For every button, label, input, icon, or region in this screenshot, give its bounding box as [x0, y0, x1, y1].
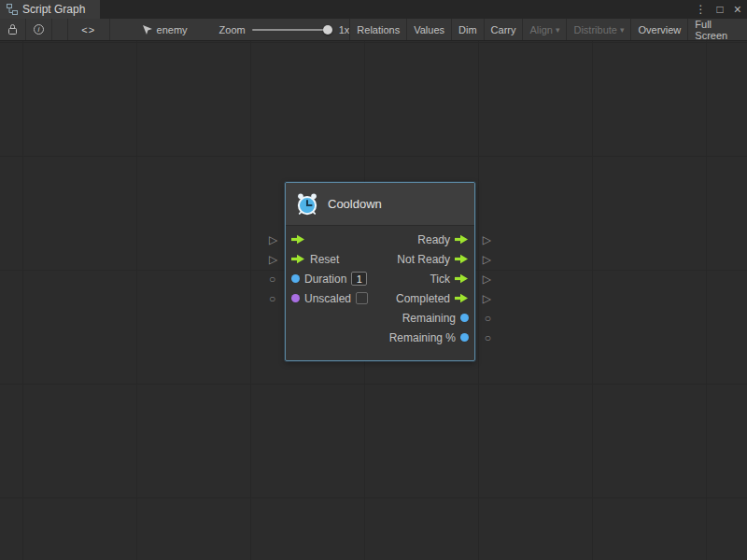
port-label: Remaining % — [389, 331, 456, 344]
flow-port-icon[interactable] — [291, 254, 305, 264]
zoom-label: Zoom — [219, 24, 246, 35]
zoom-slider-handle[interactable] — [323, 25, 332, 35]
align-button[interactable]: Align ▾ — [522, 19, 566, 40]
menu-icon[interactable]: ⋮ — [696, 4, 707, 15]
titlebar: Script Graph ⋮ □ × — [0, 0, 747, 19]
info-button[interactable]: i — [26, 19, 52, 40]
carry-button[interactable]: Carry — [484, 19, 523, 40]
tab-title: Script Graph — [22, 3, 85, 16]
pointer-icon — [142, 24, 152, 35]
flow-output-connector[interactable]: ▷ — [483, 293, 491, 304]
port-label: Reset — [310, 253, 339, 266]
zoom-slider[interactable] — [252, 29, 332, 31]
graph-target-label: enemy — [157, 24, 188, 35]
flow-port-icon[interactable] — [291, 234, 305, 245]
maximize-icon[interactable]: □ — [717, 4, 724, 15]
lock-button[interactable] — [0, 19, 26, 40]
node-header[interactable]: Cooldown — [286, 183, 474, 226]
flow-port-icon[interactable] — [455, 273, 469, 284]
script-graph-window: Script Graph ⋮ □ × i <> — [0, 0, 747, 560]
node-row: ○ Duration Tick ▷ — [286, 269, 474, 288]
port-label: Ready — [417, 233, 450, 246]
full-screen-button[interactable]: Full Screen — [687, 19, 747, 40]
code-view-button[interactable]: <> — [67, 19, 110, 40]
flow-output-connector[interactable]: ▷ — [483, 254, 491, 265]
port-label: Completed — [396, 292, 450, 305]
graph-toolbar: i <> enemy Zoom 1x Relations Values Dim … — [0, 19, 747, 41]
graph-target[interactable]: enemy — [142, 19, 188, 40]
tab-script-graph[interactable]: Script Graph — [0, 0, 100, 19]
unscaled-checkbox[interactable] — [356, 292, 368, 304]
flow-port-icon[interactable] — [455, 234, 469, 245]
zoom-control: Zoom 1x — [219, 19, 350, 40]
script-graph-icon — [7, 4, 18, 15]
node-row: ○ Unscaled Completed ▷ — [286, 288, 474, 308]
graph-canvas[interactable]: Cooldown ▷ Ready — [0, 41, 747, 560]
port-label: Tick — [430, 273, 450, 286]
port-label: Not Ready — [397, 253, 450, 266]
zoom-value: 1x — [339, 24, 350, 35]
flow-output-connector[interactable]: ▷ — [483, 234, 491, 245]
port-label: Unscaled — [304, 292, 351, 305]
flow-input-connector[interactable]: ▷ — [269, 234, 277, 245]
value-output-connector[interactable]: ○ — [485, 313, 491, 324]
code-icon: <> — [81, 24, 95, 35]
value-port-icon[interactable] — [291, 274, 300, 283]
flow-port-icon[interactable] — [455, 254, 469, 264]
duration-field[interactable] — [351, 272, 367, 286]
flow-input-connector[interactable]: ▷ — [269, 254, 277, 265]
dim-button[interactable]: Dim — [451, 19, 484, 40]
flow-port-icon[interactable] — [455, 293, 469, 303]
value-input-connector[interactable]: ○ — [269, 273, 275, 285]
value-port-icon[interactable] — [460, 333, 469, 342]
values-button[interactable]: Values — [406, 19, 451, 40]
distribute-button[interactable]: Distribute ▾ — [566, 19, 630, 40]
node-row: ▷ Ready ▷ — [286, 230, 474, 249]
node-row: Remaining ○ — [286, 308, 474, 328]
value-port-icon[interactable] — [460, 314, 469, 322]
flow-output-connector[interactable]: ▷ — [483, 273, 491, 285]
lock-icon — [7, 23, 18, 35]
node-row: Remaining % ○ — [286, 328, 474, 347]
node-body: ▷ Ready ▷ ▷ — [286, 226, 474, 360]
close-icon[interactable]: × — [734, 3, 741, 16]
node-row: ▷ Reset Not Ready ▷ — [286, 249, 474, 269]
value-port-icon[interactable] — [291, 294, 300, 302]
window-controls: ⋮ □ × — [696, 0, 741, 19]
value-input-connector[interactable]: ○ — [269, 293, 275, 304]
overview-button[interactable]: Overview — [630, 19, 687, 40]
cooldown-node[interactable]: Cooldown ▷ Ready — [285, 182, 475, 361]
toolbar-buttons: Relations Values Dim Carry Align ▾ Distr… — [349, 19, 747, 40]
value-output-connector[interactable]: ○ — [485, 332, 491, 343]
info-icon: i — [34, 24, 44, 35]
chevron-down-icon: ▾ — [620, 25, 625, 35]
node-title: Cooldown — [328, 197, 382, 211]
alarm-clock-icon — [295, 192, 319, 217]
chevron-down-icon: ▾ — [556, 25, 560, 35]
port-label: Duration — [304, 273, 346, 286]
port-label: Remaining — [402, 312, 456, 325]
relations-button[interactable]: Relations — [349, 19, 406, 40]
